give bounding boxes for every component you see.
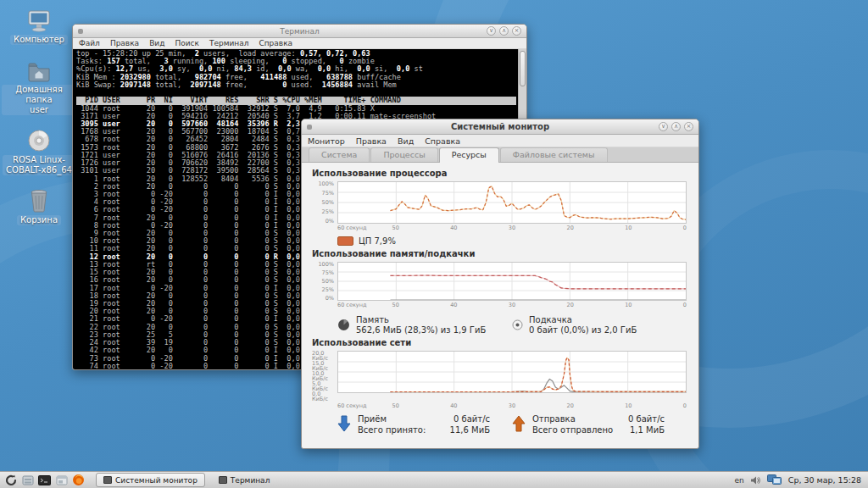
firefox-launcher[interactable] [71, 473, 86, 487]
maximize-button[interactable]: ∧ [671, 122, 681, 131]
menu-item-Монитор[interactable]: Монитор [308, 136, 345, 146]
x-axis-tick: 20 [567, 225, 574, 231]
system-tray: en Ср, 30 мар, 15:28 [735, 474, 868, 485]
network-monitors-icon[interactable] [767, 474, 782, 485]
swap-legend-item: Подкачка 0 байт (0,0%) из 2,0 ГиБ [512, 315, 687, 335]
minimize-button[interactable]: ∨ [487, 26, 496, 36]
swap-legend-value: 0 байт (0,0%) из 2,0 ГиБ [529, 325, 637, 335]
resources-tab-content: Использование процессора 100%75%50%25%0%… [302, 163, 698, 448]
memory-legend: Память 562,6 МиБ (28,3%) из 1,9 ГиБ Подк… [337, 315, 687, 335]
x-axis-tick: 60 секунд [337, 402, 366, 409]
receive-label: Приём [358, 414, 387, 424]
x-axis-tick: 20 [567, 302, 574, 308]
x-axis-tick: 40 [450, 402, 457, 409]
memory-chart-y-axis: 100%75%50%25%0% [312, 262, 337, 301]
menu-item-Вид[interactable]: Вид [398, 136, 414, 146]
cpu-chart-y-axis: 100%75%50%25%0% [312, 181, 337, 224]
system-monitor-window-title: Системный монитор [302, 122, 698, 131]
desktop-icon-column: Компьютер Домашняя папкаuser ROSA Linux-… [2, 7, 76, 237]
maximize-button[interactable]: ∧ [499, 26, 509, 36]
receive-total-label: Всего принято: [358, 425, 426, 435]
system-monitor-task-icon [103, 476, 112, 484]
system-monitor-window: Системный монитор ∨ ∧ × МониторПравкаВид… [301, 119, 699, 449]
desktop-icon-cdrom[interactable]: ROSA Linux-COBALT-x86_64 [2, 127, 76, 175]
terminal-launcher[interactable] [37, 473, 52, 487]
cd-icon [27, 127, 51, 152]
menu-item-Правка[interactable]: Правка [356, 136, 387, 146]
x-axis-tick: 50 [392, 302, 399, 308]
x-axis-tick: 60 секунд [337, 225, 366, 231]
x-axis-tick: 0 [683, 302, 687, 308]
menu-item-Терминал[interactable]: Терминал [209, 39, 249, 47]
y-axis-tick: 100% [318, 262, 334, 267]
software-center-icon [56, 475, 68, 485]
cpu-usage-chart [337, 181, 687, 224]
x-axis-tick: 10 [625, 225, 632, 231]
send-total-label: Всего отправлено [532, 425, 613, 435]
close-button[interactable]: × [512, 26, 521, 36]
software-center-launcher[interactable] [54, 473, 69, 487]
file-manager-launcher[interactable] [20, 473, 35, 487]
x-axis-tick: 50 [392, 225, 399, 231]
send-label: Отправка [532, 414, 576, 424]
network-section-title: Использование сети [312, 338, 687, 347]
taskbar-task-system-monitor[interactable]: Системный монитор [96, 473, 205, 487]
cpu-legend-name: ЦП [359, 236, 371, 246]
keyboard-layout-indicator[interactable]: en [735, 476, 744, 485]
terminal-titlebar[interactable]: Терминал ∨ ∧ × [73, 25, 526, 38]
terminal-scrollbar-thumb[interactable] [520, 51, 526, 86]
network-send-legend: Отправка0 байт/с Всего отправлено1,1 МиБ [512, 414, 687, 435]
x-axis-tick: 10 [625, 402, 632, 409]
volume-icon[interactable] [750, 475, 761, 485]
network-usage-chart [337, 351, 687, 393]
x-axis-tick: 30 [509, 302, 515, 308]
tab-Процессы[interactable]: Процессы [370, 147, 437, 162]
menu-item-Справка[interactable]: Справка [425, 136, 460, 146]
desktop-icon-label: Корзина [17, 215, 61, 225]
system-monitor-menubar: МониторПравкаВидСправка [302, 135, 698, 147]
desktop-icon-home-folder[interactable]: Домашняя папкаuser [2, 57, 76, 115]
tab-Файловые системы[interactable]: Файловые системы [500, 147, 608, 162]
cpu-legend-value: 7,9% [374, 236, 395, 246]
menu-item-Файл[interactable]: Файл [79, 39, 100, 47]
clock[interactable]: Ср, 30 мар, 15:28 [788, 475, 861, 485]
y-axis-tick: 75% [322, 270, 334, 275]
y-axis-tick: 0% [326, 296, 334, 301]
desktop-icon-trash[interactable]: Корзина [2, 187, 76, 225]
file-manager-icon [22, 475, 34, 485]
menu-item-Вид[interactable]: Вид [149, 39, 164, 47]
main-menu-button[interactable] [3, 473, 18, 487]
y-axis-tick: 50% [322, 279, 334, 284]
terminal-menubar: ФайлПравкаВидПоискТерминалСправка [73, 38, 526, 49]
swap-radio-icon [512, 319, 523, 330]
menu-item-Поиск[interactable]: Поиск [175, 39, 199, 47]
send-rate: 0 байт/с [628, 414, 665, 424]
x-axis-tick: 30 [509, 402, 515, 409]
memory-pie-icon [337, 319, 350, 331]
memory-section-title: Использование памяти/подкачки [312, 249, 687, 258]
trash-icon [29, 187, 49, 213]
y-axis-tick: 25% [322, 209, 334, 214]
menu-item-Справка[interactable]: Справка [259, 39, 292, 47]
minimize-button[interactable]: ∨ [659, 122, 668, 131]
desktop-icon-label: Домашняя папкаuser [2, 85, 76, 115]
desktop-icon-computer[interactable]: Компьютер [2, 7, 76, 45]
x-axis-tick: 10 [625, 302, 632, 308]
cpu-legend-swatch [337, 236, 353, 246]
memory-legend-value: 562,6 МиБ (28,3%) из 1,9 ГиБ [356, 325, 486, 335]
rosa-menu-icon [4, 474, 18, 487]
send-total: 1,1 МиБ [630, 425, 665, 435]
taskbar-task-terminal[interactable]: Терминал [212, 473, 277, 487]
y-axis-tick: 0% [326, 219, 334, 224]
firefox-icon [72, 474, 85, 486]
tab-Система[interactable]: Система [309, 147, 370, 162]
tab-Ресурсы[interactable]: Ресурсы [439, 147, 499, 163]
x-axis-tick: 40 [450, 225, 457, 231]
receive-total: 11,6 МиБ [450, 425, 490, 435]
close-button[interactable]: × [684, 122, 693, 131]
terminal-window-title: Терминал [73, 27, 526, 36]
system-monitor-titlebar[interactable]: Системный монитор ∨ ∧ × [302, 119, 698, 135]
cpu-legend: ЦП 7,9% [337, 235, 687, 247]
y-axis-tick: 25% [322, 287, 334, 292]
menu-item-Правка[interactable]: Правка [110, 39, 139, 47]
